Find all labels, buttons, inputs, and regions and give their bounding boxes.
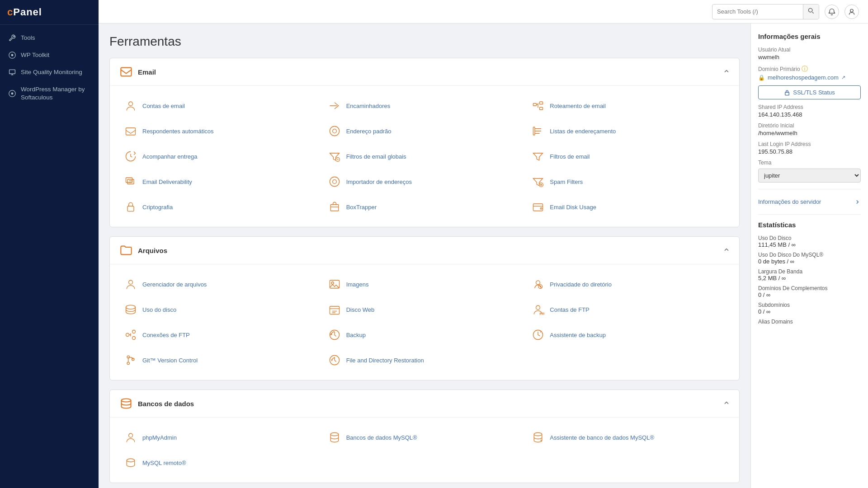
respondentes-icon (123, 124, 138, 138)
tool-disco-web[interactable]: Disco Web (323, 299, 527, 320)
domain-link[interactable]: melhoreshospedagem.com (768, 74, 839, 81)
filtros-email-icon (531, 149, 545, 164)
arquivos-collapse-icon (723, 246, 730, 255)
tool-imagens[interactable]: Imagens (323, 273, 527, 295)
tool-gerenciador[interactable]: Gerenciador de arquivos (119, 273, 323, 295)
tool-filtros-email[interactable]: Filtros de email (526, 145, 730, 167)
file-directory-label: File and Directory Restoration (346, 357, 424, 364)
disk-usage-icon (531, 200, 545, 214)
disco-web-icon (327, 302, 342, 317)
backup-icon (327, 328, 342, 342)
sidebar-item-site-quality[interactable]: Site Quality Monitoring (0, 64, 99, 81)
tool-assistente-backup[interactable]: Assistente de backup (526, 324, 730, 346)
tool-contas-ftp[interactable]: FTP Contas de FTP (526, 299, 730, 320)
tool-conexoes-ftp[interactable]: Conexões de FTP (119, 324, 323, 346)
notification-icon[interactable] (825, 5, 839, 19)
tool-respondentes[interactable]: Respondentes automáticos (119, 120, 323, 142)
endereco-padrao-label: Endereço padrão (346, 128, 392, 135)
stat-largura: Largura De Banda 5,2 MB / ∞ (758, 268, 861, 282)
criptografia-label: Criptografia (142, 204, 173, 211)
svg-point-4 (11, 92, 14, 94)
server-info-link[interactable]: Informações do servidor (758, 196, 861, 208)
domain-row: 🔒 melhoreshospedagem.com ↗ (758, 74, 861, 81)
tool-boxtrapper[interactable]: BoxTrapper (323, 196, 527, 218)
assistente-backup-label: Assistente de backup (550, 332, 606, 338)
user-icon[interactable] (844, 5, 859, 19)
contas-ftp-icon: FTP (531, 302, 545, 317)
sidebar-item-wordpress-manager[interactable]: WordPress Manager by Softaculous (0, 81, 99, 106)
svg-point-33 (536, 305, 540, 310)
backup-label: Backup (346, 332, 366, 338)
email-section-header[interactable]: Email (110, 58, 739, 86)
tool-endereco-padrao[interactable]: Endereço padrão (323, 120, 527, 142)
filtros-globais-icon (327, 149, 342, 164)
folder-section-icon (119, 243, 133, 258)
tool-deliverability[interactable]: Email Deliverability (119, 171, 323, 192)
boxtrapper-label: BoxTrapper (346, 204, 377, 211)
topbar (99, 0, 868, 23)
ssl-button[interactable]: SSL/TLS Status (758, 85, 861, 99)
gerenciador-label: Gerenciador de arquivos (142, 281, 207, 288)
tool-bancos-mysql[interactable]: Bancos de dados MySQL® (323, 427, 527, 448)
svg-text:FTP: FTP (540, 312, 545, 315)
svg-point-36 (132, 330, 136, 333)
tool-filtros-globais[interactable]: Filtros de email globais (323, 145, 527, 167)
bancos-tool-grid: phpMyAdmin Bancos de dados MySQL® (119, 427, 730, 474)
tool-roteamento[interactable]: Roteamento de email (526, 95, 730, 117)
tool-mysql-remoto[interactable]: MySQL remoto® (119, 452, 323, 474)
arquivos-section-header[interactable]: Arquivos (110, 237, 739, 264)
listas-label: Listas de endereçamento (550, 128, 616, 135)
encaminhadores-label: Encaminhadores (346, 103, 391, 109)
tool-criptografia[interactable]: Criptografia (119, 196, 323, 218)
tema-select[interactable]: jupiter (758, 169, 861, 183)
tema-label: Tema (758, 160, 861, 166)
tool-file-directory[interactable]: File and Directory Restoration (323, 349, 527, 371)
tool-uso-disco[interactable]: Uso do disco (119, 299, 323, 320)
tool-backup[interactable]: Backup (323, 324, 527, 346)
sidebar-item-site-quality-label: Site Quality Monitoring (21, 68, 82, 76)
assistente-mysql-label: Assistente de banco de dados MySQL® (550, 434, 654, 441)
svg-point-8 (129, 102, 133, 106)
sidebar-item-tools[interactable]: Tools (0, 29, 99, 47)
tool-privacidade[interactable]: Privacidade do diretório (526, 273, 730, 295)
tool-encaminhadores[interactable]: Encaminhadores (323, 95, 527, 117)
respondentes-label: Respondentes automáticos (142, 128, 214, 135)
tool-phpmyadmin[interactable]: phpMyAdmin (119, 427, 323, 448)
arquivos-section-body: Gerenciador de arquivos Imagens (110, 264, 739, 380)
tool-spam[interactable]: Spam Filters (526, 171, 730, 192)
right-panel: Informações gerais Usuário Atual wwmelh … (750, 23, 868, 488)
svg-point-29 (536, 281, 540, 285)
svg-point-19 (330, 177, 339, 187)
svg-rect-15 (533, 127, 535, 135)
git-label: Git™ Version Control (142, 357, 198, 364)
bancos-section-header[interactable]: Bancos de dados (110, 390, 739, 418)
svg-point-28 (331, 282, 334, 284)
svg-rect-49 (785, 92, 789, 95)
tool-importador[interactable]: Importador de endereços (323, 171, 527, 192)
stats-title: Estatísticas (758, 221, 861, 229)
sidebar-item-wp-toolkit[interactable]: WP Toolkit (0, 47, 99, 64)
search-button[interactable] (803, 5, 819, 19)
tool-git[interactable]: Git™ Version Control (119, 349, 323, 371)
stats-section: Uso Do Disco 111,45 MB / ∞ Uso Do Disco … (758, 235, 861, 325)
svg-rect-10 (540, 102, 543, 104)
shared-ip-value: 164.140.135.468 (758, 111, 861, 118)
tool-listas[interactable]: Listas de endereçamento (526, 120, 730, 142)
acompanhar-label: Acompanhar entrega (142, 153, 197, 160)
svg-point-48 (127, 459, 135, 462)
deliverability-label: Email Deliverability (142, 178, 192, 185)
tool-assistente-mysql[interactable]: Assistente de banco de dados MySQL® (526, 427, 730, 448)
sidebar: cPanel Tools WP Toolkit (0, 0, 99, 488)
git-icon (123, 353, 138, 367)
tool-contas-email[interactable]: Contas de email (119, 95, 323, 117)
svg-point-44 (122, 399, 131, 402)
tool-acompanhar[interactable]: Acompanhar entrega (119, 145, 323, 167)
search-input[interactable] (712, 8, 803, 15)
sidebar-item-wp-manager-label: WordPress Manager by Softaculous (21, 85, 90, 101)
page-title: Ferramentas (109, 34, 740, 49)
bancos-section: Bancos de dados phpMyAdmin (109, 389, 740, 483)
info-title: Informações gerais (758, 33, 861, 40)
phpmyadmin-label: phpMyAdmin (142, 434, 177, 441)
db-section-icon (119, 396, 133, 411)
tool-disk-usage[interactable]: Email Disk Usage (526, 196, 730, 218)
